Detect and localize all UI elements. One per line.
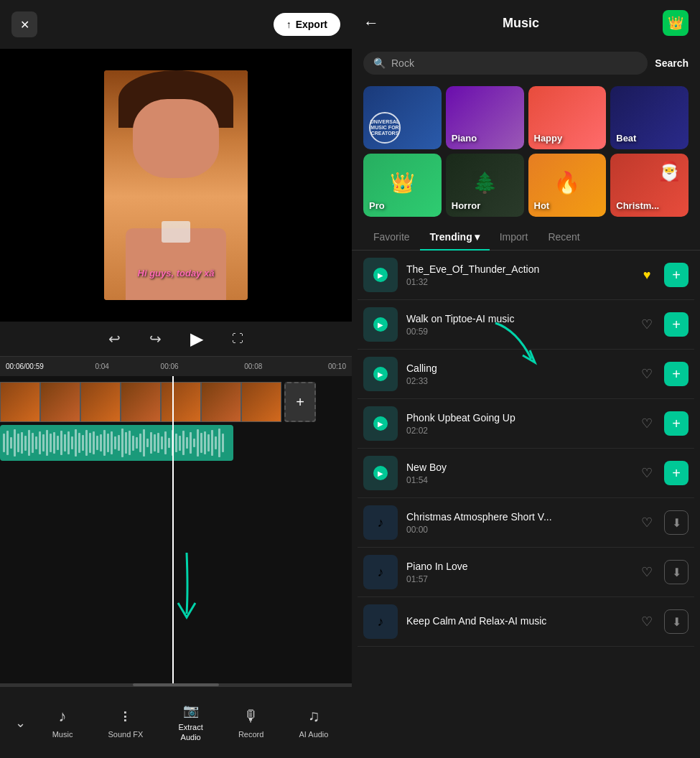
timeline-area: +: [0, 376, 352, 683]
music-actions-4: ♡ +: [635, 411, 689, 436]
tool-record-label: Record: [238, 730, 263, 739]
music-play-icon-3: ▶: [373, 367, 388, 381]
tool-music[interactable]: ♪ Music: [44, 701, 82, 744]
tab-favorite-label: Favorite: [373, 231, 410, 243]
heart-button-2[interactable]: ♡: [635, 313, 658, 336]
top-bar: ✕ ↑ Export: [0, 0, 352, 49]
search-input[interactable]: [391, 57, 638, 69]
video-thumb-6: [201, 382, 241, 422]
time-current: 00:06/00:59: [6, 362, 44, 370]
ruler-1: 00:06: [161, 362, 179, 370]
category-happy[interactable]: Happy: [528, 86, 607, 149]
music-duration-5: 01:54: [406, 475, 627, 485]
add-button-2[interactable]: +: [664, 312, 689, 337]
download-button-8[interactable]: ⬇: [664, 609, 689, 634]
heart-button-8[interactable]: ♡: [635, 610, 658, 633]
music-name-8: Keep Calm And Relax-AI music: [406, 615, 627, 627]
ruler-3: 00:10: [328, 362, 346, 370]
crown-button[interactable]: 👑: [663, 10, 689, 36]
playhead: [172, 376, 174, 683]
tool-sound-fx[interactable]: ⫶ Sound FX: [100, 701, 152, 744]
category-beat[interactable]: Beat: [610, 86, 689, 149]
music-note-icon-6: ♪: [378, 515, 384, 530]
music-info-8: Keep Calm And Relax-AI music: [406, 615, 627, 629]
download-button-6[interactable]: ⬇: [664, 510, 689, 535]
heart-button-7[interactable]: ♡: [635, 561, 658, 584]
add-button-1[interactable]: +: [664, 263, 689, 287]
scroll-thumb[interactable]: [133, 683, 219, 686]
play-button[interactable]: ▶: [190, 329, 203, 349]
sound-fx-icon: ⫶: [121, 707, 129, 726]
add-button-4[interactable]: +: [664, 411, 689, 436]
music-duration-4: 02:02: [406, 426, 627, 436]
add-clip-button[interactable]: +: [284, 382, 316, 422]
tab-import[interactable]: Import: [490, 224, 538, 250]
heart-button-4[interactable]: ♡: [635, 412, 658, 435]
music-item-7[interactable]: ♪ Piano In Love 01:57 ♡ ⬇: [358, 548, 694, 597]
category-hot[interactable]: 🔥 Hot: [528, 154, 607, 217]
search-button[interactable]: Search: [655, 57, 689, 69]
category-universal[interactable]: UNIVERSALMUSIC FORCREATORS: [363, 86, 442, 149]
music-info-7: Piano In Love 01:57: [406, 561, 627, 584]
category-happy-label: Happy: [534, 133, 563, 144]
category-horror[interactable]: 🌲 Horror: [446, 154, 524, 217]
tab-favorite[interactable]: Favorite: [363, 224, 420, 250]
category-piano-label: Piano: [452, 133, 477, 144]
music-thumb-3: ▶: [363, 357, 398, 391]
music-thumb-5: ▶: [363, 456, 398, 490]
tool-ai-audio[interactable]: ♫ AI Audio: [290, 701, 337, 744]
music-actions-7: ♡ ⬇: [635, 560, 689, 584]
tab-trending[interactable]: Trending ▾: [420, 224, 490, 250]
category-pro[interactable]: 👑 Pro: [363, 154, 442, 217]
add-button-3[interactable]: +: [664, 362, 689, 386]
dropdown-icon: ▾: [475, 231, 480, 243]
music-item-4[interactable]: ▶ Phonk Upbeat Going Up 02:02 ♡ +: [358, 399, 694, 449]
download-button-7[interactable]: ⬇: [664, 560, 689, 584]
add-button-5[interactable]: +: [664, 461, 689, 485]
music-item-6[interactable]: ♪ Christmas Atmosphere Short V... 00:00 …: [358, 498, 694, 548]
music-play-icon-2: ▶: [373, 317, 388, 332]
redo-button[interactable]: ↪: [149, 330, 162, 347]
music-thumb-7: ♪: [363, 555, 398, 589]
video-thumb-3: [80, 382, 121, 422]
tab-recent[interactable]: Recent: [538, 224, 589, 250]
heart-button-1[interactable]: ♥: [635, 263, 658, 286]
music-name-2: Walk on Tiptoe-AI music: [406, 313, 627, 324]
heart-button-6[interactable]: ♡: [635, 511, 658, 534]
export-button[interactable]: ↑ Export: [274, 13, 340, 36]
music-item-8[interactable]: ♪ Keep Calm And Relax-AI music ♡ ⬇: [358, 597, 694, 647]
music-name-1: The_Eve_Of_Thunder_Action: [406, 263, 627, 275]
music-item-3[interactable]: ▶ Calling 02:33 ♡ +: [358, 350, 694, 399]
fullscreen-button[interactable]: ⛶: [232, 332, 243, 345]
tool-ai-audio-label: AI Audio: [299, 730, 328, 739]
video-thumb-1: [0, 382, 40, 422]
category-piano[interactable]: Piano: [446, 86, 524, 149]
tool-sound-fx-label: Sound FX: [108, 730, 144, 739]
undo-button[interactable]: ↩: [108, 330, 121, 347]
heart-button-5[interactable]: ♡: [635, 462, 658, 485]
scroll-indicator: [0, 683, 352, 686]
music-play-icon-5: ▶: [373, 466, 388, 480]
close-button[interactable]: ✕: [11, 11, 37, 37]
category-christmas-label: Christm...: [616, 200, 659, 211]
tab-recent-label: Recent: [548, 231, 579, 243]
collapse-button[interactable]: ⌄: [15, 715, 26, 731]
music-item-5[interactable]: ▶ New Boy 01:54 ♡ +: [358, 449, 694, 498]
tool-extract-audio[interactable]: 📷 ExtractAudio: [170, 697, 212, 747]
export-icon: ↑: [286, 19, 291, 30]
tool-record[interactable]: 🎙 Record: [230, 701, 272, 744]
music-info-4: Phonk Upbeat Going Up 02:02: [406, 412, 627, 436]
music-duration-3: 02:33: [406, 376, 627, 386]
music-info-6: Christmas Atmosphere Short V... 00:00: [406, 511, 627, 535]
tool-music-label: Music: [52, 730, 73, 739]
video-strip: +: [0, 382, 352, 425]
music-item-2[interactable]: ▶ Walk on Tiptoe-AI music 00:59 ♡ +: [358, 300, 694, 350]
hot-icon: 🔥: [554, 170, 580, 195]
music-actions-1: ♥ +: [635, 263, 689, 287]
back-button[interactable]: ←: [363, 14, 379, 32]
heart-button-3[interactable]: ♡: [635, 362, 658, 385]
music-name-7: Piano In Love: [406, 561, 627, 572]
music-item-1[interactable]: ▶ The_Eve_Of_Thunder_Action 01:32 ♥ +: [358, 251, 694, 300]
music-info-3: Calling 02:33: [406, 362, 627, 386]
category-christmas[interactable]: 🎅 Christm...: [610, 154, 689, 217]
